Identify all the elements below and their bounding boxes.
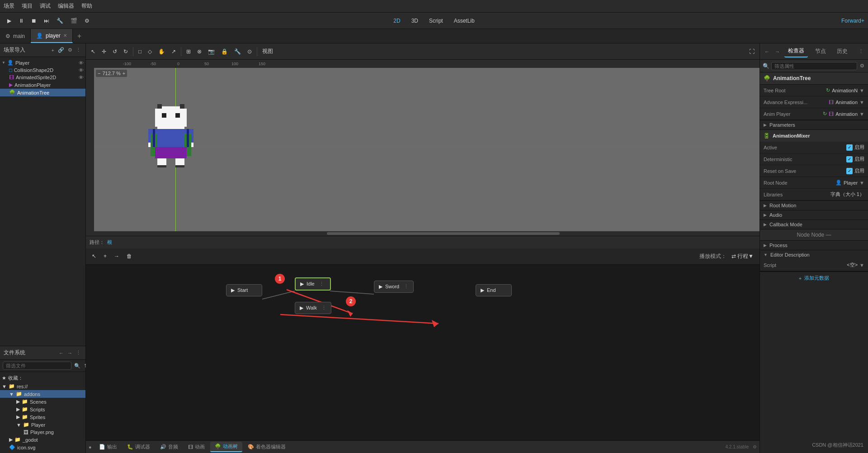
file-item-godot[interactable]: ▶ 📁 _godot (0, 436, 85, 443)
anim-node-walk[interactable]: ▶ Walk ⋮ (295, 302, 331, 314)
checkbox-deterministic[interactable]: ✓ (846, 156, 853, 162)
anim-node-end[interactable]: ▶ End (476, 284, 512, 296)
stop-button[interactable]: ⏹ (28, 16, 40, 26)
audio-header[interactable]: ▶ Audio (760, 210, 868, 219)
mode-3d-button[interactable]: 3D (408, 16, 422, 26)
inspector-filter-btn[interactable]: ⚙ (859, 62, 865, 70)
debug-button[interactable]: 🔧 (53, 16, 67, 26)
bottom-tab-audio[interactable]: 🔊 音频 (156, 442, 183, 452)
bottom-tab-shader[interactable]: 🎨 着色器编辑器 (243, 442, 290, 452)
vis-icon-animsprite[interactable]: 👁 (79, 75, 84, 80)
tab-player[interactable]: 👤 player ✕ (31, 29, 73, 43)
assetlib-button[interactable]: AssetLib (450, 16, 478, 26)
tab-main[interactable]: ⚙ main (0, 29, 31, 43)
file-item-icon-svg[interactable]: 🔷 icon.svg (0, 443, 85, 451)
tree-item-animsprite[interactable]: 🎞 AnimatedSprite2D 👁 (0, 74, 85, 81)
vp-more-tool[interactable]: ⊙ (245, 47, 254, 56)
advance-expr-dropdown[interactable]: ▼ (859, 100, 864, 105)
file-item-scripts[interactable]: ▶ 📁 Scripts (0, 405, 85, 413)
fs-filter-btn[interactable]: 🔍 (73, 362, 81, 370)
menu-help[interactable]: 帮助 (81, 2, 92, 10)
process-header[interactable]: ▶ Process (760, 241, 868, 250)
file-item-sprites[interactable]: ▶ 📁 Sprites (0, 413, 85, 421)
scene-filter-btn[interactable]: ⚙ (67, 46, 73, 54)
inspector-filter-input[interactable] (771, 62, 857, 70)
file-item-res[interactable]: ▼ 📁 res:// (0, 382, 85, 390)
fs-nav-back[interactable]: ← (58, 349, 65, 357)
import-btn[interactable]: 导入 (14, 46, 25, 54)
root-node-dropdown[interactable]: ▼ (859, 180, 864, 186)
anim-connect-tool[interactable]: → (112, 252, 122, 261)
tab-add-button[interactable]: + (73, 32, 86, 40)
vis-icon-player[interactable]: 👁 (79, 60, 84, 66)
path-root[interactable]: 根 (107, 239, 112, 246)
menu-editor[interactable]: 编辑器 (58, 2, 74, 10)
anim-node-sword[interactable]: ▶ Sword ⋮ (374, 281, 414, 293)
inspector-menu-btn[interactable]: ⋮ (858, 48, 864, 55)
vp-rotate-tool[interactable]: ↺ (110, 47, 119, 56)
fs-menu[interactable]: ⋮ (75, 349, 82, 357)
inspector-fwd-btn[interactable]: → (774, 48, 781, 55)
vp-group-tool[interactable]: 🔧 (232, 47, 243, 56)
script-button[interactable]: Script (425, 16, 447, 26)
anim-node-idle-menu[interactable]: ⋮ (319, 281, 324, 287)
viewport[interactable]: -100 -50 0 50 100 150 − 712.7 % + (86, 60, 760, 236)
zoom-out-btn[interactable]: − (98, 71, 100, 76)
vp-lock-tool[interactable]: 🔒 (219, 47, 230, 56)
tree-item-collision[interactable]: □ CollisionShape2D 👁 (0, 67, 85, 74)
vp-select-tool[interactable]: ↖ (89, 47, 98, 56)
tab-history[interactable]: 历史 (833, 46, 851, 57)
vp-zoom-tool[interactable]: ↗ (169, 47, 178, 56)
settings-button[interactable]: ⚙ (81, 16, 93, 26)
tab-node[interactable]: 节点 (811, 46, 830, 57)
tree-item-animtree[interactable]: 🌳 AnimationTree (0, 89, 85, 96)
checkbox-reset-save[interactable]: ✓ (846, 168, 853, 174)
zoom-in-btn[interactable]: + (123, 71, 125, 76)
mode-2d-button[interactable]: 2D (390, 16, 404, 26)
tree-item-player[interactable]: ▼ 👤 Player 👁 (0, 59, 85, 67)
add-meta-button[interactable]: + 添加元数据 (760, 272, 868, 284)
movie-button[interactable]: 🎬 (67, 16, 81, 26)
pause-button[interactable]: ⏸ (15, 16, 28, 26)
tab-player-close[interactable]: ✕ (63, 33, 67, 38)
bottom-tab-output[interactable]: 📄 输出 (94, 442, 122, 452)
script-dropdown[interactable]: ▼ (859, 262, 864, 268)
vp-grid-tool[interactable]: ⊞ (184, 47, 193, 56)
file-item-player-png[interactable]: 🖼 Player.png (0, 429, 85, 436)
file-item-bookmarks[interactable]: ★ 收藏： (0, 374, 85, 382)
anim-node-walk-menu[interactable]: ⋮ (321, 305, 326, 311)
vp-snap2-tool[interactable]: ⊗ (195, 47, 204, 56)
scene-link-btn[interactable]: 🔗 (57, 46, 65, 54)
scrollbar-thumb[interactable] (327, 232, 560, 235)
fs-filter-input[interactable] (3, 362, 71, 370)
vp-camera-tool[interactable]: 📷 (206, 47, 217, 56)
scene-add-btn[interactable]: + (51, 46, 55, 54)
vis-icon-collision[interactable]: 👁 (79, 67, 84, 73)
inspector-back-btn[interactable]: ← (764, 48, 770, 55)
bottom-tab-animation[interactable]: 🎞 动画 (184, 442, 209, 452)
fullscreen-toggle[interactable]: ⛶ (747, 47, 757, 56)
menu-project[interactable]: 项目 (22, 2, 33, 10)
bottom-tab-animtree[interactable]: 🌳 动画树 (210, 442, 242, 452)
anim-graph-canvas[interactable]: ▶ Start ▶ Idle ⋮ ▶ Walk ⋮ ▶ Sword ⋮ (86, 265, 760, 441)
vp-scale-tool[interactable]: ↻ (121, 47, 130, 56)
checkbox-active[interactable]: ✓ (846, 144, 853, 151)
anim-add-node[interactable]: + (101, 252, 109, 261)
anim-player-dropdown[interactable]: ▼ (859, 111, 864, 117)
bottom-tab-debugger[interactable]: 🐛 调试器 (123, 442, 155, 452)
menu-debug[interactable]: 调试 (40, 2, 51, 10)
fs-nav-fwd[interactable]: → (66, 349, 73, 357)
tree-root-dropdown[interactable]: ▼ (859, 88, 864, 93)
tab-inspector[interactable]: 检查器 (784, 45, 808, 57)
tree-item-animplayer[interactable]: ▶ AnimationPlayer (0, 81, 85, 89)
vp-pan-tool[interactable]: ✋ (156, 47, 167, 56)
file-item-addons[interactable]: ▼ 📁 addons (0, 390, 85, 398)
vp-snap-tool[interactable]: ◇ (146, 47, 154, 56)
play-mode-value[interactable]: ⇄ 行程▼ (729, 251, 756, 262)
callback-mode-header[interactable]: ▶ Callback Mode (760, 220, 868, 229)
file-item-scenes[interactable]: ▶ 📁 Scenes (0, 398, 85, 405)
play-button[interactable]: ▶ (4, 16, 15, 26)
anim-node-sword-menu[interactable]: ⋮ (404, 284, 409, 290)
view-btn[interactable]: 视图 (260, 46, 275, 57)
anim-node-start[interactable]: ▶ Start (226, 284, 262, 296)
